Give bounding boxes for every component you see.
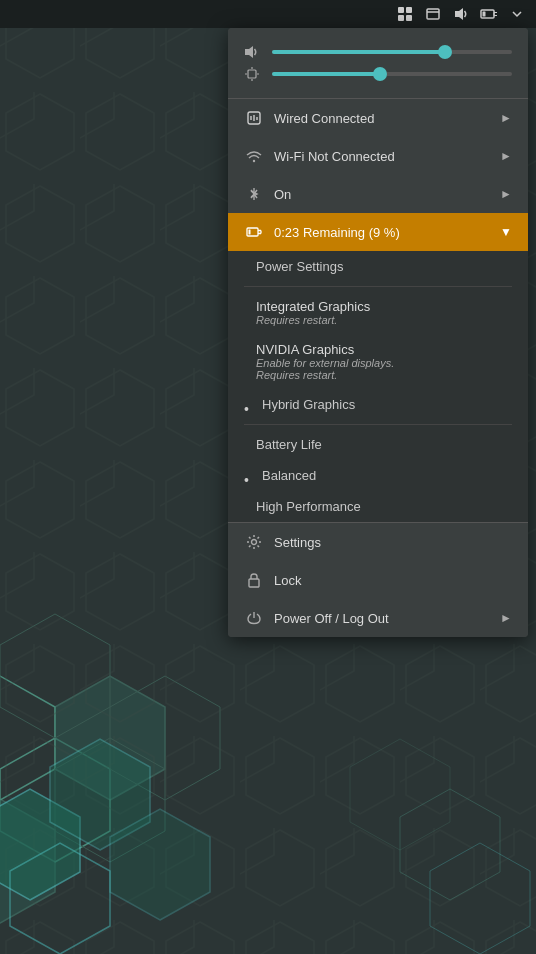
battery-icon[interactable] xyxy=(478,3,500,25)
sub-divider-1 xyxy=(244,286,512,287)
battery-life-item: Battery Life xyxy=(228,429,528,460)
svg-rect-18 xyxy=(398,7,404,13)
brightness-slider-icon xyxy=(244,66,262,82)
nvidia-note: Enable for external displays.Requires re… xyxy=(256,357,512,381)
wired-connected-item[interactable]: Wired Connected ► xyxy=(228,99,528,137)
bluetooth-item[interactable]: On ► xyxy=(228,175,528,213)
battery-menu-icon xyxy=(244,222,264,242)
integrated-graphics-item[interactable]: Integrated Graphics Requires restart. xyxy=(228,291,528,334)
volume-icon[interactable] xyxy=(450,3,472,25)
brightness-slider-row xyxy=(244,66,512,82)
chevron-down-icon[interactable] xyxy=(506,3,528,25)
svg-rect-29 xyxy=(483,12,486,17)
volume-slider-icon xyxy=(244,44,262,60)
battery-life-label: Battery Life xyxy=(256,437,322,452)
power-item[interactable]: Power Off / Log Out ► xyxy=(228,599,528,637)
integrated-note: Requires restart. xyxy=(256,314,512,326)
wired-icon xyxy=(244,108,264,128)
svg-rect-20 xyxy=(398,15,404,21)
bluetooth-arrow: ► xyxy=(500,187,512,201)
hybrid-label: Hybrid Graphics xyxy=(262,397,355,412)
nvidia-graphics-item[interactable]: NVIDIA Graphics Enable for external disp… xyxy=(228,334,528,389)
settings-item[interactable]: Settings xyxy=(228,523,528,561)
wifi-item[interactable]: Wi-Fi Not Connected ► xyxy=(228,137,528,175)
wifi-arrow: ► xyxy=(500,149,512,163)
wired-label: Wired Connected xyxy=(274,111,500,126)
bluetooth-label: On xyxy=(274,187,500,202)
wifi-label: Wi-Fi Not Connected xyxy=(274,149,500,164)
svg-marker-30 xyxy=(245,46,253,58)
grid-icon[interactable] xyxy=(394,3,416,25)
brightness-track[interactable] xyxy=(272,72,512,76)
bottom-items: Settings Lock Power Off / Log Out ► xyxy=(228,523,528,637)
svg-marker-24 xyxy=(455,8,463,20)
svg-rect-19 xyxy=(406,7,412,13)
battery-label: 0:23 Remaining (9 %) xyxy=(274,225,500,240)
power-settings-label: Power Settings xyxy=(256,259,343,274)
svg-point-47 xyxy=(252,540,257,545)
volume-track[interactable] xyxy=(272,50,512,54)
settings-label: Settings xyxy=(274,535,512,550)
wifi-icon xyxy=(244,146,264,166)
high-performance-label: High Performance xyxy=(256,499,361,514)
sub-divider-2 xyxy=(244,424,512,425)
power-settings-item[interactable]: Power Settings xyxy=(228,251,528,282)
lock-label: Lock xyxy=(274,573,512,588)
top-bar xyxy=(0,0,536,28)
battery-arrow: ▼ xyxy=(500,225,512,239)
volume-slider-row xyxy=(244,44,512,60)
svg-point-40 xyxy=(253,160,255,162)
nvidia-title: NVIDIA Graphics xyxy=(256,342,512,357)
power-label: Power Off / Log Out xyxy=(274,611,500,626)
balanced-item[interactable]: • Balanced xyxy=(228,460,528,491)
balanced-dot: • xyxy=(244,472,252,480)
bluetooth-icon xyxy=(244,184,264,204)
sliders-section xyxy=(228,28,528,98)
svg-rect-31 xyxy=(248,70,256,78)
svg-rect-48 xyxy=(249,579,259,587)
selected-dot: • xyxy=(244,401,252,409)
balanced-label: Balanced xyxy=(262,468,316,483)
integrated-title: Integrated Graphics xyxy=(256,299,512,314)
hybrid-graphics-item[interactable]: • Hybrid Graphics xyxy=(228,389,528,420)
settings-icon xyxy=(244,532,264,552)
window-icon[interactable] xyxy=(422,3,444,25)
battery-sub-panel: Power Settings Integrated Graphics Requi… xyxy=(228,251,528,522)
battery-item[interactable]: 0:23 Remaining (9 %) ▼ xyxy=(228,213,528,251)
lock-item[interactable]: Lock xyxy=(228,561,528,599)
high-performance-item[interactable]: High Performance xyxy=(228,491,528,522)
power-arrow: ► xyxy=(500,611,512,625)
system-panel: Wired Connected ► Wi-Fi Not Connected ► … xyxy=(228,28,528,637)
wired-arrow: ► xyxy=(500,111,512,125)
svg-rect-46 xyxy=(249,230,251,235)
svg-rect-22 xyxy=(427,9,439,19)
power-icon xyxy=(244,608,264,628)
lock-icon xyxy=(244,570,264,590)
svg-rect-21 xyxy=(406,15,412,21)
